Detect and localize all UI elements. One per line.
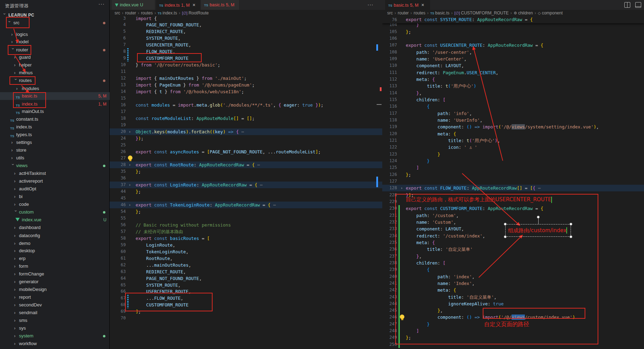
code-line[interactable]: 231 path: '/custom', bbox=[382, 212, 644, 219]
sidebar-item-mainout.ts[interactable]: TSmainOut.ts bbox=[0, 108, 110, 115]
code-line[interactable]: 115 children: [ bbox=[382, 96, 644, 103]
code-line[interactable]: 37›export const LoginRoute: AppRouteReco… bbox=[110, 182, 382, 188]
code-line[interactable]: 24}); bbox=[110, 135, 382, 142]
code-line[interactable]: 117 path: 'info', bbox=[382, 110, 644, 117]
sidebar-item-index.ts[interactable]: TSindex.ts1, M bbox=[0, 100, 110, 108]
code-line[interactable]: 69]; bbox=[110, 308, 382, 315]
code-line[interactable]: 28›export const RootRoute: AppRouteRecor… bbox=[110, 161, 382, 168]
code-line[interactable]: 56// Basic routing without permissions bbox=[110, 222, 382, 228]
tabbar-more-icon[interactable]: ··· bbox=[367, 2, 373, 7]
code-line[interactable]: 242 meta: { bbox=[382, 287, 644, 293]
code-line[interactable]: 118 name: 'UserInfo', bbox=[382, 117, 644, 123]
code-line[interactable]: 110 component: LAYOUT, bbox=[382, 62, 644, 69]
code-line[interactable]: 105}; bbox=[382, 28, 644, 35]
code-line[interactable]: 126}; bbox=[382, 171, 644, 178]
sidebar-item-formchange[interactable]: ›formChange bbox=[0, 270, 110, 278]
code-line[interactable]: 237 }, bbox=[382, 253, 644, 260]
fold-chevron-icon[interactable]: › bbox=[129, 128, 131, 135]
code-line[interactable]: 58export const basicRoutes = [ bbox=[110, 235, 382, 242]
lightbulb-icon[interactable] bbox=[128, 156, 132, 160]
code-line[interactable]: 17 bbox=[110, 108, 382, 115]
sidebar-item-activereport[interactable]: ›activereport bbox=[0, 177, 110, 185]
code-line[interactable]: 245 }, bbox=[382, 307, 644, 314]
breadcrumb[interactable]: src›router›routes›TSindex.ts›[∅]RootRout… bbox=[110, 10, 382, 16]
sidebar-item-basic.ts[interactable]: TSbasic.ts5, M bbox=[0, 92, 110, 100]
sidebar-item-desktop[interactable]: ›desktop bbox=[0, 247, 110, 255]
sidebar-item-learun-pc[interactable]: ›LEARUN PC bbox=[0, 11, 110, 19]
code-line[interactable]: 236 title: '自定义菜单' bbox=[382, 246, 644, 253]
code-line[interactable]: 68 CUSTOMFORM_ROUTE bbox=[110, 302, 382, 308]
sidebar-item-dashboard[interactable]: ›dashboard bbox=[0, 224, 110, 231]
code-line[interactable]: 228}]; bbox=[382, 192, 644, 198]
tab-basic.ts[interactable]: TSbasic.ts5, M bbox=[201, 0, 240, 10]
sidebar-item-index.ts[interactable]: TSindex.ts bbox=[0, 123, 110, 131]
breadcrumb-item[interactable]: index.ts bbox=[163, 11, 177, 15]
code-line[interactable]: 27 bbox=[110, 155, 382, 161]
sidebar-item-sys[interactable]: ›sys bbox=[0, 324, 110, 332]
sidebar-item-dataconfig[interactable]: ›dataconfig bbox=[0, 232, 110, 240]
fold-chevron-icon[interactable]: › bbox=[129, 161, 131, 168]
sidebar-item-logics[interactable]: ›logics bbox=[0, 31, 110, 38]
code-line[interactable]: 229 bbox=[382, 198, 644, 205]
code-line[interactable]: 16const modules = import.meta.glob('./mo… bbox=[110, 102, 382, 108]
code-line[interactable]: 240 path: 'index', bbox=[382, 273, 644, 280]
code-line[interactable]: 121 title: t('用户中心'), bbox=[382, 137, 644, 144]
code-line[interactable]: 45 bbox=[110, 195, 382, 202]
code-line[interactable]: 246 component: () => import('/@/views/cu… bbox=[382, 314, 644, 321]
code-line[interactable]: 63 REDIRECT_ROUTE, bbox=[110, 268, 382, 275]
code-line[interactable]: 59 LoginRoute, bbox=[110, 242, 382, 248]
sidebar-item-code[interactable]: ›code bbox=[0, 201, 110, 208]
code-line[interactable]: 239 { bbox=[382, 266, 644, 273]
sidebar-item-src[interactable]: ›src bbox=[0, 19, 110, 27]
code-line[interactable]: 116 { bbox=[382, 103, 644, 110]
code-line[interactable]: 120 meta: { bbox=[382, 131, 644, 137]
code-line[interactable]: 3import { bbox=[110, 16, 382, 22]
code-line[interactable]: 19 bbox=[110, 122, 382, 128]
toggle-layout-icon[interactable] bbox=[635, 2, 641, 8]
close-icon[interactable]: × bbox=[421, 2, 424, 8]
code-line[interactable]: 61 RootRoute, bbox=[110, 255, 382, 262]
code-editor[interactable]: 3import {4 PAGE_NOT_FOUND_ROUTE,5 REDIRE… bbox=[110, 16, 382, 349]
code-line[interactable]: 20›Object.keys(modules).forEach((key) =>… bbox=[110, 128, 382, 135]
code-line[interactable]: 244 ignoreKeepAlive: true bbox=[382, 300, 644, 307]
code-line[interactable]: 66 USERCENTER_ROUTE, bbox=[110, 288, 382, 295]
code-line[interactable]: 232 name: 'Custom', bbox=[382, 219, 644, 226]
sidebar-item-mobiledesign[interactable]: ›mobileDesign bbox=[0, 286, 110, 293]
code-line[interactable]: 13import { PageEnum } from '/@/enums/pag… bbox=[110, 82, 382, 88]
code-line[interactable]: 14import { t } from '/@/hooks/web/useI18… bbox=[110, 88, 382, 95]
code-line[interactable]: 35}; bbox=[110, 168, 382, 175]
code-line[interactable]: 111 redirect: PageEnum.USER_CENTER, bbox=[382, 69, 644, 76]
split-editor-icon[interactable] bbox=[624, 2, 630, 8]
code-line[interactable]: 12import { mainOutRoutes } from './mainO… bbox=[110, 75, 382, 82]
sidebar-item-bi[interactable]: ›bi bbox=[0, 193, 110, 201]
code-line[interactable]: 119 component: () => import('/@/views/sy… bbox=[382, 123, 644, 130]
fold-chevron-icon[interactable]: › bbox=[129, 182, 131, 188]
code-line[interactable]: 235 meta: { bbox=[382, 239, 644, 246]
sidebar-item-model[interactable]: ›model bbox=[0, 38, 110, 46]
code-line[interactable]: 67 ...FLOW_ROUTE, bbox=[110, 295, 382, 302]
breadcrumb[interactable]: src›router›routes›TSbasic.ts›[∅]CUSTOMFO… bbox=[382, 10, 644, 16]
breadcrumb-item[interactable]: component bbox=[542, 11, 562, 15]
breadcrumb-item[interactable]: CUSTOMFORM_ROUTE bbox=[461, 11, 509, 15]
breadcrumb-item[interactable]: src bbox=[387, 11, 393, 15]
code-line[interactable]: 233 component: LAYOUT, bbox=[382, 226, 644, 232]
code-editor[interactable]: 104 }105};106107export const USERCENTER_… bbox=[382, 16, 644, 349]
code-line[interactable]: 250 bbox=[382, 341, 644, 348]
code-line[interactable]: 25 bbox=[110, 142, 382, 148]
code-line[interactable]: 6 SYSTEM_ROUTE, bbox=[110, 35, 382, 42]
code-line[interactable]: 124 } bbox=[382, 158, 644, 164]
code-line[interactable]: 46›export const TokenLoginRoute: AppRout… bbox=[110, 202, 382, 208]
sidebar-item-auditopt[interactable]: ›auditOpt bbox=[0, 185, 110, 193]
sidebar-item-acthitaskinst[interactable]: ›actHiTaskinst bbox=[0, 170, 110, 177]
breadcrumb-item[interactable]: src bbox=[115, 11, 120, 15]
sidebar-item-sms[interactable]: ›sms bbox=[0, 317, 110, 324]
code-line[interactable]: 247 } bbox=[382, 321, 644, 328]
sidebar-item-settings[interactable]: ›settings bbox=[0, 139, 110, 146]
code-line[interactable]: 9 CUSTOMFORM_ROUTE bbox=[110, 55, 382, 62]
sidebar-item-generator[interactable]: ›generator bbox=[0, 278, 110, 286]
code-line[interactable]: 243 title: '自定义菜单', bbox=[382, 294, 644, 300]
sticky-scroll-line[interactable]: 76export const SYSTEM_ROUTE: AppRouteRec… bbox=[382, 16, 644, 23]
code-line[interactable]: 106 bbox=[382, 35, 644, 42]
tab-index.ts[interactable]: TSindex.ts1, M× bbox=[156, 0, 200, 10]
explorer-more-actions-icon[interactable]: ··· bbox=[98, 1, 105, 7]
